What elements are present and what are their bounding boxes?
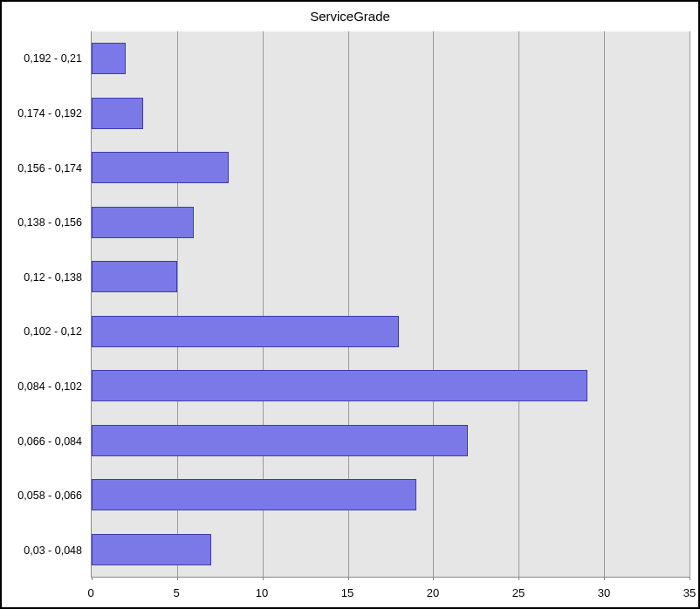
- bar: [92, 207, 194, 238]
- gridline: [433, 31, 434, 577]
- bar: [92, 316, 399, 347]
- x-tick-label: 25: [512, 586, 525, 599]
- y-axis-labels: 0,03 - 0,0480,058 - 0,0660,066 - 0,0840,…: [10, 31, 87, 578]
- gridline: [604, 31, 605, 577]
- bar: [92, 479, 416, 510]
- chart-frame: ServiceGrade 0,03 - 0,0480,058 - 0,0660,…: [0, 0, 700, 609]
- x-tick: [348, 577, 349, 580]
- y-tick-label: 0,156 - 0,174: [10, 162, 82, 174]
- y-tick-label: 0,03 - 0,048: [10, 544, 82, 557]
- y-tick-label: 0,058 - 0,066: [10, 489, 82, 502]
- x-tick: [433, 577, 434, 580]
- x-tick-label: 10: [256, 586, 268, 599]
- bar: [92, 43, 126, 74]
- y-tick-label: 0,066 - 0,084: [10, 435, 82, 448]
- bar: [92, 152, 229, 183]
- x-tick: [690, 577, 690, 580]
- x-tick: [518, 577, 519, 580]
- y-tick-label: 0,102 - 0,12: [10, 325, 82, 338]
- x-tick: [263, 577, 264, 580]
- bar: [92, 261, 177, 292]
- x-tick-label: 35: [683, 586, 696, 599]
- x-tick-label: 5: [173, 586, 179, 599]
- x-tick-label: 20: [427, 586, 439, 599]
- x-tick: [177, 577, 178, 580]
- gridline: [518, 31, 519, 577]
- x-tick: [92, 577, 93, 580]
- bar: [92, 534, 211, 565]
- x-tick: [604, 577, 605, 580]
- chart-title: ServiceGrade: [2, 9, 698, 24]
- gridline: [690, 31, 690, 577]
- y-tick-label: 0,138 - 0,156: [10, 216, 82, 229]
- x-tick-label: 15: [341, 586, 353, 599]
- plot-area: [91, 31, 690, 578]
- y-tick-label: 0,084 - 0,102: [10, 380, 82, 393]
- y-tick-label: 0,192 - 0,21: [10, 52, 82, 65]
- x-axis-labels: 05101520253035: [91, 583, 690, 600]
- y-tick-label: 0,12 - 0,138: [10, 271, 82, 284]
- plot-wrap: 0,03 - 0,0480,058 - 0,0660,066 - 0,0840,…: [10, 31, 690, 578]
- x-tick-label: 30: [598, 586, 610, 599]
- y-tick-label: 0,174 - 0,192: [10, 107, 82, 120]
- bar: [92, 425, 468, 456]
- bar: [92, 98, 143, 129]
- bar: [92, 370, 587, 401]
- x-tick-label: 0: [87, 586, 93, 599]
